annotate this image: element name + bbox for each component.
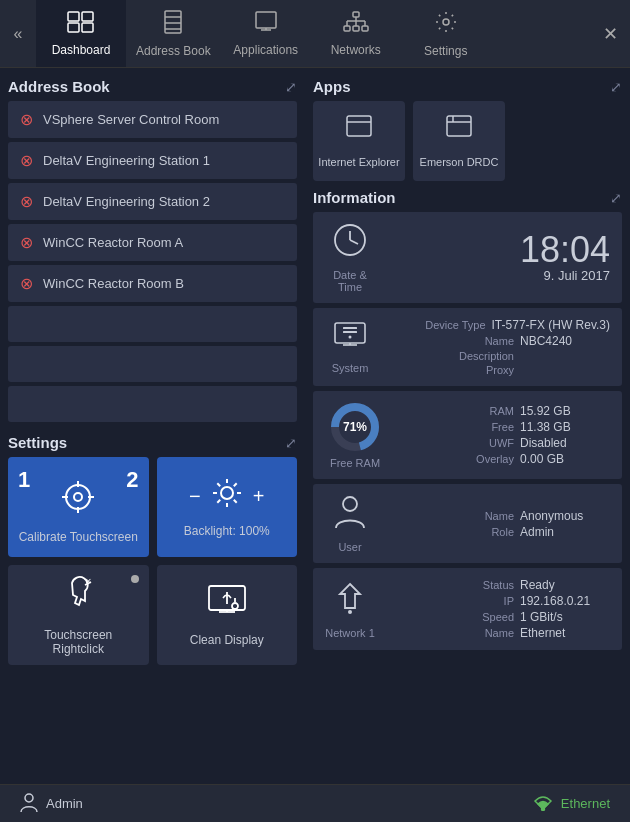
system-icon (333, 321, 367, 358)
ie-label: Internet Explorer (318, 156, 399, 168)
svg-point-42 (232, 603, 238, 609)
touchscreen-rightclick-label: Touchscreen Rightclick (18, 628, 139, 656)
address-empty-slot (8, 386, 297, 422)
kv-value: 1 GBit/s (520, 610, 610, 624)
apps-title: Apps (313, 78, 351, 95)
svg-rect-13 (353, 26, 359, 31)
remove-icon: ⊗ (20, 192, 33, 211)
kv-pair: Free 11.38 GB (491, 420, 610, 434)
kv-pair: UWF Disabled (489, 436, 610, 450)
calibrate-num1: 1 (18, 467, 30, 493)
main-content: Address Book ⤢ ⊗ VSphere Server Control … (0, 68, 630, 784)
kv-value: NBC4240 (520, 334, 610, 348)
address-item[interactable]: ⊗ DeltaV Engineering Station 1 (8, 142, 297, 179)
current-date: 9. Juli 2017 (544, 268, 611, 283)
kv-pair: Speed 1 GBit/s (482, 610, 610, 624)
brightness-icon (211, 477, 243, 516)
address-book-icon (162, 10, 184, 40)
bottom-user: Admin (20, 792, 83, 816)
info-expand[interactable]: ⤢ (610, 190, 622, 206)
svg-rect-8 (256, 12, 276, 28)
info-row-system: System Device Type IT-577-FX (HW Rev.3) … (313, 308, 622, 386)
clean-display-tile[interactable]: Clean Display (157, 565, 298, 665)
kv-pair: Name Anonymous (485, 509, 610, 523)
tab-settings-label: Settings (424, 44, 467, 58)
remove-icon: ⊗ (20, 233, 33, 252)
svg-rect-3 (82, 23, 93, 32)
address-name: WinCC Reactor Room A (43, 235, 183, 250)
kv-label: Proxy (486, 364, 514, 376)
address-item[interactable]: ⊗ VSphere Server Control Room (8, 101, 297, 138)
kv-value: 192.168.0.21 (520, 594, 610, 608)
system-data: Device Type IT-577-FX (HW Rev.3) Name NB… (387, 318, 610, 376)
bottom-user-label: Admin (46, 796, 83, 811)
network-data: Status Ready IP 192.168.0.21 Speed 1 GBi… (387, 578, 610, 640)
kv-label: Overlay (476, 453, 514, 465)
network1-icon (335, 580, 365, 623)
svg-text:✕: ✕ (85, 577, 92, 586)
address-book-title: Address Book (8, 78, 110, 95)
bottom-network: Ethernet (533, 793, 610, 815)
svg-point-62 (25, 794, 33, 802)
backlight-tile[interactable]: − (157, 457, 298, 557)
tab-networks[interactable]: Networks (311, 0, 401, 67)
svg-rect-2 (68, 23, 79, 32)
touchscreen-rightclick-tile[interactable]: ✕ Touchscreen Rightclick (8, 565, 149, 665)
user-icon (334, 494, 366, 537)
address-empty-slot (8, 346, 297, 382)
kv-value: Ethernet (520, 626, 610, 640)
tab-address-book[interactable]: Address Book (126, 0, 221, 67)
info-row-datetime: Date & Time 18:04 9. Juli 2017 (313, 212, 622, 303)
system-label: System (332, 362, 369, 374)
svg-rect-12 (344, 26, 350, 31)
tab-settings[interactable]: Settings (401, 0, 491, 67)
tab-dashboard-label: Dashboard (52, 43, 111, 57)
tab-applications[interactable]: Applications (221, 0, 311, 67)
app-tile-ie[interactable]: Internet Explorer (313, 101, 405, 181)
address-name: WinCC Reactor Room B (43, 276, 184, 291)
address-book-header: Address Book ⤢ (8, 78, 297, 95)
dashboard-icon (67, 11, 95, 39)
clean-display-icon (207, 584, 247, 625)
address-book-expand[interactable]: ⤢ (285, 79, 297, 95)
rightclick-dot (131, 575, 139, 583)
svg-rect-0 (68, 12, 79, 21)
kv-pair: IP 192.168.0.21 (504, 594, 610, 608)
right-panel: Apps ⤢ Internet Explorer (305, 68, 630, 784)
apps-expand[interactable]: ⤢ (610, 79, 622, 95)
kv-pair: Role Admin (491, 525, 610, 539)
app-tile-emerson[interactable]: Emerson DRDC (413, 101, 505, 181)
settings-grid: 1 2 Calibrate Touchscreen (8, 457, 297, 665)
nav-collapse-button[interactable]: « (0, 0, 36, 67)
address-name: DeltaV Engineering Station 2 (43, 194, 210, 209)
kv-pair: Device Type IT-577-FX (HW Rev.3) (425, 318, 610, 332)
kv-value: Disabled (520, 436, 610, 450)
close-button[interactable]: ✕ (590, 0, 630, 67)
svg-rect-1 (82, 12, 93, 21)
address-item[interactable]: ⊗ WinCC Reactor Room B (8, 265, 297, 302)
apps-header: Apps ⤢ (313, 78, 622, 95)
kv-pair: Status Ready (483, 578, 610, 592)
kv-pair: Name Ethernet (485, 626, 610, 640)
ram-percent-label: 71% (343, 420, 367, 434)
svg-point-61 (348, 610, 352, 614)
user-label: User (338, 541, 361, 553)
kv-value: 0.00 GB (520, 452, 610, 466)
backlight-minus-icon: − (189, 485, 201, 508)
remove-icon: ⊗ (20, 274, 33, 293)
backlight-label: Backlight: 100% (184, 524, 270, 538)
address-item[interactable]: ⊗ WinCC Reactor Room A (8, 224, 297, 261)
svg-point-60 (343, 497, 357, 511)
svg-point-55 (349, 335, 352, 338)
tab-dashboard[interactable]: Dashboard (36, 0, 126, 67)
address-item[interactable]: ⊗ DeltaV Engineering Station 2 (8, 183, 297, 220)
bottom-user-icon (20, 792, 38, 816)
calibrate-touchscreen-tile[interactable]: 1 2 Calibrate Touchscreen (8, 457, 149, 557)
settings-expand[interactable]: ⤢ (285, 435, 297, 451)
info-header: Information ⤢ (313, 189, 622, 206)
svg-line-35 (217, 499, 220, 502)
calibrate-numbers: 1 2 (8, 467, 149, 493)
kv-value: Anonymous (520, 509, 610, 523)
kv-pair: RAM 15.92 GB (490, 404, 610, 418)
top-nav: « Dashboard Address Book (0, 0, 630, 68)
